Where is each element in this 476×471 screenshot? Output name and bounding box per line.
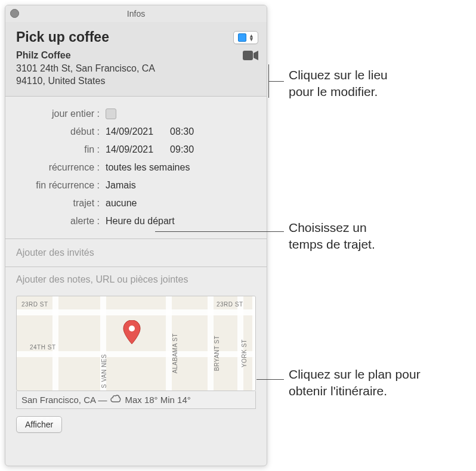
footer-bar: Afficher xyxy=(5,409,267,440)
row-end: fin : 14/09/2021 09:30 xyxy=(10,141,258,159)
map-weather: Max 18° Min 14° xyxy=(125,395,190,405)
event-header: Pick up coffee ▲▼ Philz Coffee 3101 24th… xyxy=(5,22,267,97)
svg-rect-0 xyxy=(243,51,253,60)
row-all-day: jour entier : xyxy=(10,105,258,123)
callout-map: Cliquez sur le plan pour obtenir l'itiné… xyxy=(289,366,421,400)
add-notes[interactable]: Ajouter des notes, URL ou pièces jointes xyxy=(5,267,267,290)
callout-travel: Choisissez un temps de trajet. xyxy=(289,219,375,253)
all-day-checkbox[interactable] xyxy=(106,109,116,119)
end-label: fin : xyxy=(10,144,106,155)
start-label: début : xyxy=(10,126,106,137)
calendar-picker[interactable]: ▲▼ xyxy=(233,31,258,44)
travel-label: trajet : xyxy=(10,198,106,209)
address-line-2: 94110, United States xyxy=(16,75,155,88)
repeat-label: récurrence : xyxy=(10,162,106,173)
event-info-panel: Infos Pick up coffee ▲▼ Philz Coffee 310… xyxy=(5,5,267,466)
street-label: S VAN NES xyxy=(101,354,107,388)
callout-connector xyxy=(256,379,284,380)
end-date[interactable]: 14/09/2021 xyxy=(106,144,153,155)
repeat-value[interactable]: toutes les semaines xyxy=(106,162,190,173)
close-icon[interactable] xyxy=(10,9,19,18)
map-weather-footer: San Francisco, CA — Max 18° Min 14° xyxy=(16,391,256,409)
start-time[interactable]: 08:30 xyxy=(170,126,205,137)
row-travel: trajet : aucune xyxy=(10,194,258,212)
street-label: ALABAMA ST xyxy=(172,333,178,373)
add-invitees[interactable]: Ajouter des invités xyxy=(5,239,267,267)
row-alert: alerte : Heure du départ xyxy=(10,212,258,230)
map-preview[interactable]: 23RD ST 23RD ST 24TH ST S VAN NES ALABAM… xyxy=(16,296,256,391)
svg-point-1 xyxy=(129,326,135,331)
all-day-label: jour entier : xyxy=(10,109,106,119)
street-label: 23RD ST xyxy=(217,301,243,308)
location-name: Philz Coffee xyxy=(16,49,155,62)
travel-value[interactable]: aucune xyxy=(106,198,137,209)
repeat-end-value[interactable]: Jamais xyxy=(106,180,136,191)
street-label: BRYANT ST xyxy=(214,336,220,371)
street-label: 24TH ST xyxy=(30,344,56,351)
alert-value[interactable]: Heure du départ xyxy=(106,216,175,227)
chevron-updown-icon: ▲▼ xyxy=(249,34,254,41)
show-button[interactable]: Afficher xyxy=(16,416,62,433)
window-title: Infos xyxy=(127,9,145,18)
address-line-1: 3101 24th St, San Francisco, CA xyxy=(16,62,155,75)
callout-location: Cliquez sur le lieu pour le modifier. xyxy=(289,67,388,101)
cloud-icon xyxy=(110,395,121,405)
map-pin-icon xyxy=(123,320,141,349)
callout-connector xyxy=(268,81,284,82)
event-title[interactable]: Pick up coffee xyxy=(16,29,109,45)
alert-label: alerte : xyxy=(10,216,106,227)
row-start: début : 14/09/2021 08:30 xyxy=(10,123,258,141)
street-label: YORK ST xyxy=(241,339,248,367)
repeat-end-label: fin récurrence : xyxy=(10,180,106,191)
location-block[interactable]: Philz Coffee 3101 24th St, San Francisco… xyxy=(16,49,155,88)
row-repeat-end: fin récurrence : Jamais xyxy=(10,176,258,194)
titlebar: Infos xyxy=(5,5,267,22)
calendar-color-swatch xyxy=(238,33,246,42)
video-camera-icon[interactable] xyxy=(243,50,258,63)
callout-connector xyxy=(155,231,284,232)
start-date[interactable]: 14/09/2021 xyxy=(106,126,153,137)
street-label: 23RD ST xyxy=(21,301,48,308)
row-repeat: récurrence : toutes les semaines xyxy=(10,159,258,176)
end-time[interactable]: 09:30 xyxy=(170,144,205,155)
map-city: San Francisco, CA — xyxy=(21,395,107,405)
event-details: jour entier : début : 14/09/2021 08:30 f… xyxy=(5,97,267,239)
